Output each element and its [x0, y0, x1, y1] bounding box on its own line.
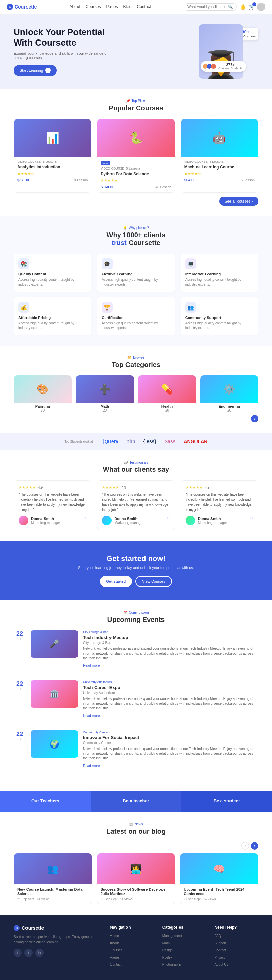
footer-link-pages[interactable]: Pages [110, 956, 119, 959]
course-price-1: $37.00 [17, 178, 29, 182]
cta-view-courses-button[interactable]: View Courses [135, 576, 172, 587]
why-desc-0: Access high quality content taught by in… [18, 277, 87, 287]
stat-avatars [204, 64, 216, 69]
cat-count-3: 20 [200, 409, 258, 412]
logo-icon: C [7, 4, 13, 10]
category-card-1[interactable]: ➕ Math 20 [76, 375, 134, 412]
nav-blog[interactable]: Blog [123, 5, 131, 9]
event-readmore-0[interactable]: Read more [83, 664, 100, 668]
blog-post-title-2: Upcoming Event: Tech Trend 2024 Conferen… [183, 888, 255, 896]
cta-title: Get started now! [14, 554, 258, 563]
section-tag-courses: 📌Top Picks [14, 99, 258, 103]
why-icon-5: 👥 [185, 302, 196, 313]
event-readmore-1[interactable]: Read more [83, 714, 100, 718]
bell-icon[interactable]: 🔔 [240, 4, 246, 10]
navbar-right: 🔍 🔔 🛒0 [183, 3, 265, 11]
course-meta-3: VIDEO COURSE 5 Lessons [184, 160, 255, 163]
blog-card-0[interactable]: 👥 New Course Launch: Mastering Data Scie… [14, 853, 92, 904]
course-meta-2: VIDEO COURSE 5 Lessons [101, 167, 171, 170]
cta3-be-student-title: Be a student [189, 798, 264, 803]
footer-link-courses[interactable]: Courses [110, 948, 122, 952]
footer-help-about[interactable]: About Us [214, 963, 228, 966]
partner-angular: ANGULAR [183, 439, 207, 444]
footer-cat-design[interactable]: Design [162, 948, 173, 952]
footer-nav-title: Navigation [110, 925, 154, 930]
footer-socials: f t in [14, 949, 102, 957]
why-icon-0: 📚 [18, 258, 29, 269]
category-card-2[interactable]: 💊 Health 20 [138, 375, 196, 412]
footer-cat-col: Categories Management Math Design Poetry… [162, 925, 206, 969]
course-thumb-1: 📊 [14, 119, 91, 157]
event-readmore-2[interactable]: Read more [83, 764, 100, 768]
course-card-3[interactable]: 🤖 VIDEO COURSE 5 Lessons Machine Learnin… [180, 119, 258, 192]
blog-section: 📰News Latest on our blog ‹ › 👥 New Cours… [0, 812, 272, 915]
test-avatar-2 [186, 516, 195, 525]
test-stars-1: ★★★★★ 4.9 [102, 485, 170, 490]
cta3-be-teacher-card[interactable]: Be a teacher [91, 791, 182, 812]
category-card-0[interactable]: 🎨 Painting 20 [14, 375, 72, 412]
why-card-3: 💰 Affordable Pricing Access high quality… [14, 297, 92, 335]
footer-link-home[interactable]: Home [110, 934, 119, 938]
course-lessons-3: 16 Lesson [239, 178, 255, 182]
test-quote-0: " [83, 515, 86, 526]
cta-section: Get started now! Start your learning jou… [0, 541, 272, 600]
social-linkedin[interactable]: in [35, 949, 44, 957]
event-name-1: Tech Career Expo [83, 685, 258, 690]
nav-pages[interactable]: Pages [106, 5, 118, 9]
footer-help-contact[interactable]: Contact [214, 948, 226, 952]
blog-prev-button[interactable]: ‹ [241, 842, 249, 850]
cta3-teachers-card[interactable]: Our Teachers [0, 791, 91, 812]
footer-link-about[interactable]: About [110, 941, 119, 945]
cat-count-1: 20 [76, 409, 134, 412]
categories-tag: 📂Browse [14, 356, 258, 360]
footer-link-contact[interactable]: Contact [110, 963, 122, 966]
course-card-2[interactable]: 🐍 New! VIDEO COURSE 5 Lessons Python For… [97, 119, 175, 192]
social-twitter[interactable]: t [24, 949, 33, 957]
blog-card-1[interactable]: 👩‍💻 Success Story of Software Developer … [97, 853, 176, 904]
footer-grid: C Coursette Build career-supportive onli… [14, 925, 258, 969]
categories-grid: 🎨 Painting 20 ➕ Math 20 💊 Health 20 ⚙️ E… [14, 375, 258, 412]
course-card-1[interactable]: 📊 VIDEO COURSE 5 Lessons Analytics Intro… [14, 119, 92, 192]
blog-card-2[interactable]: 🧠 Upcoming Event: Tech Trend 2024 Confer… [180, 853, 258, 904]
footer-help-faq[interactable]: FAQ [214, 934, 221, 938]
cta3-be-teacher-title: Be a teacher [98, 798, 174, 803]
footer-cat-math[interactable]: Math [162, 941, 170, 945]
blog-meta-1: 21 Sep Sept 14 Views [101, 897, 172, 901]
cta3-be-student-card[interactable]: Be a student [181, 791, 272, 812]
testimonial-1: ★★★★★ 4.9 "The courses on this website h… [97, 480, 175, 530]
cta-subtitle: Start your learning journey today and un… [14, 566, 258, 570]
search-icon[interactable]: 🔍 [228, 5, 233, 9]
search-box[interactable]: 🔍 [183, 3, 237, 11]
cat-thumb-1: ➕ [76, 375, 134, 402]
footer-cat-photography[interactable]: Photography [162, 963, 182, 966]
see-all-row: See all courses › [14, 197, 258, 205]
logo[interactable]: C Coursette [7, 4, 37, 10]
cat-label-0: Painting [14, 404, 72, 409]
footer-cat-management[interactable]: Management [162, 934, 182, 938]
categories-next-button[interactable]: › [251, 415, 258, 422]
nav-courses[interactable]: Courses [86, 5, 101, 9]
partner-label: Top Students work at [65, 440, 93, 443]
event-date-1: 22 JUL [14, 681, 26, 718]
hero-cta-button[interactable]: Start Learning › [14, 65, 57, 76]
social-facebook[interactable]: f [14, 949, 22, 957]
footer-help-privacy[interactable]: Privacy [214, 956, 225, 959]
cart-icon[interactable]: 🛒0 [248, 4, 254, 10]
footer-cat-title: Categories [162, 925, 206, 930]
test-author-0: Donna Smith Marketing manager [19, 516, 86, 525]
blog-body-2: Upcoming Event: Tech Trend 2024 Conferen… [180, 884, 258, 904]
footer-cat-poetry[interactable]: Poetry [162, 956, 172, 959]
footer-help-support[interactable]: Support [214, 941, 226, 945]
nav-about[interactable]: About [70, 5, 80, 9]
why-title-4: Certification [102, 315, 170, 320]
category-card-3[interactable]: ⚙️ Engineering 20 [200, 375, 258, 412]
blog-title: Latest on our blog [14, 827, 258, 835]
avatar[interactable] [257, 3, 265, 11]
cta-get-started-button[interactable]: Get started [100, 576, 132, 587]
nav-contact[interactable]: Contact [137, 5, 151, 9]
blog-next-button[interactable]: › [251, 842, 258, 850]
search-input[interactable] [187, 5, 228, 9]
footer-help-col: Need Help? FAQ Support Contact Privacy A… [214, 925, 258, 969]
footer-help-links: FAQ Support Contact Privacy About Us [214, 933, 258, 967]
see-all-button[interactable]: See all courses › [219, 197, 258, 205]
